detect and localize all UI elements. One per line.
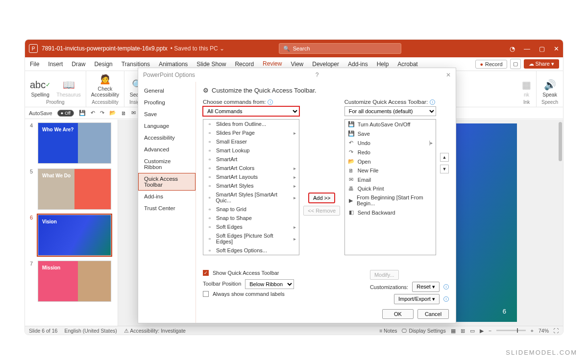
tab-file[interactable]: File [29, 59, 40, 70]
info-icon[interactable]: i [430, 99, 435, 105]
view-reading-icon[interactable]: ▭ [470, 328, 475, 334]
display-settings[interactable]: 🖵 Display Settings [402, 328, 445, 334]
options-nav-advanced[interactable]: Advanced [138, 144, 196, 155]
options-nav-quick-access-toolbar[interactable]: Quick Access Toolbar [138, 173, 196, 191]
always-labels-checkbox[interactable] [203, 291, 209, 297]
thumbnail-slide-5[interactable]: 5What We Do [30, 169, 116, 210]
qat-customize-icon: ⚙ [203, 87, 209, 94]
autosave-toggle[interactable]: ● Off [57, 110, 74, 117]
qat-email-icon[interactable]: ✉ [131, 110, 136, 116]
toolbar-position-select[interactable]: Below Ribbon [245, 279, 294, 289]
view-slideshow-icon[interactable]: ▶ [480, 328, 484, 334]
tab-design[interactable]: Design [93, 59, 113, 70]
speak-button[interactable]: 🔊Speak [542, 79, 557, 97]
info-icon[interactable]: i [443, 284, 449, 290]
accessibility-button[interactable]: 🙍Check Accessibility [91, 73, 119, 97]
thumbnail-slide-7[interactable]: 7Mission [30, 261, 116, 302]
command-item[interactable]: ▫Slides from Outline... [203, 120, 299, 128]
qat-undo-icon[interactable]: ↶ [91, 110, 95, 116]
dialog-title: PowerPoint Options [143, 72, 195, 78]
ok-button[interactable]: OK [382, 309, 414, 319]
zoom-slider[interactable] [496, 330, 526, 331]
command-item[interactable]: ▫Soft Edges [Picture Soft Edges]▸ [203, 231, 299, 246]
info-icon[interactable]: i [443, 296, 449, 302]
zoom-value[interactable]: 74% [539, 328, 549, 334]
accessibility-status[interactable]: ⚠ Accessibility: Investigate [124, 328, 186, 334]
thumbnail-slide-4[interactable]: 4Who We Are? [30, 122, 116, 164]
maximize-icon[interactable]: ▢ [539, 45, 545, 52]
user-icon[interactable]: ◔ [510, 45, 515, 52]
qat-item[interactable]: 🖶Quick Print [345, 184, 436, 193]
command-item[interactable]: ▫Slides Per Page▸ [203, 128, 299, 137]
command-item[interactable]: ▫Snap to Grid [203, 205, 299, 214]
command-item[interactable]: ▫Sound▸ [203, 255, 299, 255]
record-button[interactable]: ●Record [475, 60, 507, 69]
close-icon[interactable]: ✕ [554, 45, 559, 52]
command-item[interactable]: ▫Smart Lookup [203, 146, 299, 155]
info-icon[interactable]: i [268, 99, 273, 105]
language-status[interactable]: English (United States) [64, 328, 117, 334]
qat-item[interactable]: ✉Email [345, 175, 436, 184]
qat-listbox[interactable]: 💾Turn AutoSave On/Off💾Save↶Undo|▸↷Redo📂O… [344, 119, 436, 255]
command-item[interactable]: ▫Soft Edges Options... [203, 246, 299, 255]
command-item[interactable]: ▫SmartArt Layouts▸ [203, 172, 299, 181]
dialog-help-icon[interactable]: ? [316, 72, 319, 78]
import-export-button[interactable]: Import/Export ▾ [394, 294, 440, 304]
dialog-close-icon[interactable]: ✕ [446, 72, 451, 78]
options-nav-customize-ribbon[interactable]: Customize Ribbon [138, 155, 196, 173]
options-nav-language[interactable]: Language [138, 120, 196, 132]
zoom-in[interactable]: + [531, 328, 534, 334]
qat-save-icon[interactable]: 💾 [79, 110, 86, 116]
qat-item[interactable]: ↷Redo [345, 147, 436, 157]
thumbnail-slide-6[interactable]: 6Vision [30, 215, 116, 256]
qat-item[interactable]: 🗎New File [345, 166, 436, 175]
choose-commands-select[interactable]: All Commands [203, 106, 299, 116]
options-nav-proofing[interactable]: Proofing [138, 97, 196, 108]
view-normal-icon[interactable]: ▦ [451, 328, 456, 334]
scrollbar[interactable] [559, 122, 562, 161]
qat-item[interactable]: 💾Save [345, 129, 436, 138]
qat-open-icon[interactable]: 📂 [109, 110, 116, 116]
command-item[interactable]: ▫SmartArt [203, 155, 299, 164]
reset-button[interactable]: Reset ▾ [412, 282, 440, 292]
show-qat-checkbox[interactable]: ✓ [203, 270, 209, 276]
cancel-button[interactable]: Cancel [417, 309, 449, 319]
command-item[interactable]: ▫SmartArt Styles [SmartArt Quic...▸ [203, 190, 299, 205]
qat-item[interactable]: ◧Send Backward [345, 208, 436, 217]
zoom-out[interactable]: − [489, 328, 491, 334]
fit-icon[interactable]: ⛶ [554, 328, 559, 334]
tab-insert[interactable]: Insert [47, 59, 64, 70]
show-qat-label: Show Quick Access Toolbar [213, 270, 279, 276]
move-down-button[interactable]: ▼ [440, 165, 449, 173]
command-item[interactable]: ▫SmartArt Styles▸ [203, 181, 299, 190]
command-item[interactable]: ▫Soft Edges▸ [203, 222, 299, 231]
add-button[interactable]: Add >> [309, 193, 335, 203]
present-button[interactable]: ▢ [510, 59, 521, 69]
tab-draw[interactable]: Draw [71, 59, 86, 70]
options-nav-general[interactable]: General [138, 85, 196, 97]
customize-scope-select[interactable]: For all documents (default) [344, 106, 436, 116]
options-nav-add-ins[interactable]: Add-ins [138, 191, 196, 202]
thesaurus-button: 📖Thesaurus [56, 79, 81, 97]
commands-listbox[interactable]: ▫Slides from Outline...▫Slides Per Page▸… [203, 119, 299, 255]
qat-item[interactable]: ▶From Beginning [Start From Begin... [345, 193, 436, 208]
options-nav-accessibility[interactable]: Accessibility [138, 132, 196, 144]
qat-item[interactable]: 📂Open [345, 157, 436, 166]
command-item[interactable]: ▫Small Eraser [203, 137, 299, 146]
always-labels-label: Always show command labels [213, 291, 285, 297]
qat-item[interactable]: ↶Undo|▸ [345, 138, 436, 147]
spelling-button[interactable]: abc✓Spelling [30, 79, 50, 97]
command-item[interactable]: ▫SmartArt Colors▸ [203, 164, 299, 172]
minimize-icon[interactable]: — [524, 45, 530, 52]
search-box[interactable]: 🔍 Search [279, 43, 401, 54]
options-nav-save[interactable]: Save [138, 108, 196, 120]
command-item[interactable]: ▫Snap to Shape [203, 214, 299, 222]
share-button[interactable]: ☁ Share ▾ [524, 59, 559, 69]
qat-redo-icon[interactable]: ↷ [100, 110, 104, 116]
view-sorter-icon[interactable]: ⊞ [461, 328, 465, 334]
notes-button[interactable]: ≡ Notes [379, 328, 397, 334]
qat-item[interactable]: 💾Turn AutoSave On/Off [345, 120, 436, 129]
qat-new-icon[interactable]: 🗎 [121, 110, 126, 116]
move-up-button[interactable]: ▲ [440, 153, 449, 162]
options-nav-trust-center[interactable]: Trust Center [138, 202, 196, 214]
